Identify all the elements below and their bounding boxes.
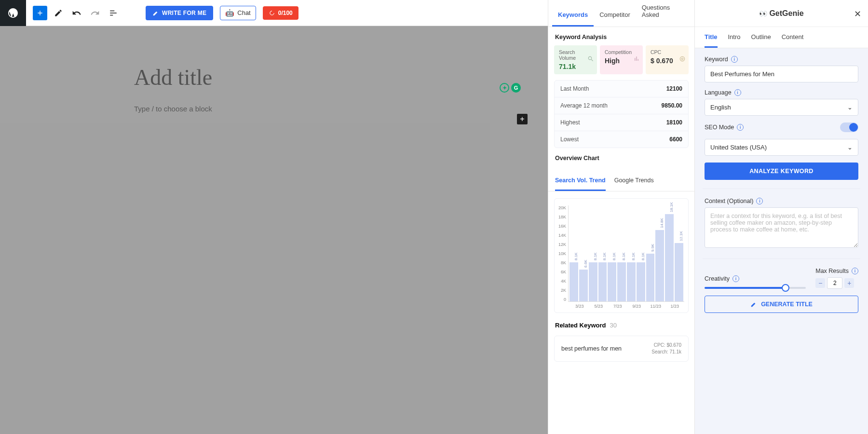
related-keyword-card[interactable]: best perfumes for men CPC: $0.670 Search… (554, 336, 689, 362)
overview-chart-heading: Overview Chart (548, 148, 694, 166)
language-label: Language i (705, 89, 858, 96)
chat-bot-icon: 🤖 (225, 9, 234, 17)
stat-row: Lowest6600 (555, 131, 688, 148)
info-icon[interactable]: i (852, 268, 858, 274)
chart-tabs: Search Vol. Trend Google Trends (548, 169, 694, 191)
chevron-down-icon: ⌄ (847, 144, 853, 151)
search-stats-list: Last Month12100 Average 12 month9850.00 … (554, 80, 689, 148)
stat-row: Average 12 month9850.00 (555, 97, 688, 114)
bar-chart-icon (633, 55, 640, 64)
chat-label: Chat (237, 9, 250, 16)
decrement-button[interactable]: − (815, 278, 825, 288)
svg-point-1 (681, 58, 683, 60)
chart-x-axis: 3/235/237/239/2311/231/23 (558, 304, 684, 309)
tab-content[interactable]: Content (782, 33, 804, 48)
seo-mode-label: SEO Mode i (705, 124, 744, 131)
grammarly-icon[interactable]: ✦ (500, 83, 509, 93)
country-select[interactable]: United States (USA) ⌄ (705, 139, 858, 156)
max-results-value[interactable]: 2 (827, 277, 842, 289)
info-icon[interactable]: i (756, 198, 763, 204)
max-results-stepper: − 2 + (815, 277, 858, 289)
brand-row: 👀 GetGenie ✕ (695, 0, 868, 27)
language-select[interactable]: English ⌄ (705, 99, 858, 116)
target-icon (679, 55, 686, 64)
close-icon[interactable]: ✕ (854, 9, 861, 19)
chat-button[interactable]: 🤖 Chat (220, 6, 256, 20)
tab-outline[interactable]: Outline (751, 33, 771, 48)
edit-icon[interactable] (51, 6, 66, 20)
seo-score-label: 0/100 (278, 10, 293, 16)
info-icon[interactable]: i (734, 89, 741, 96)
tab-questions[interactable]: Questions Asked (636, 0, 691, 27)
wordpress-logo[interactable] (0, 0, 26, 26)
grammarly-icon[interactable]: G (511, 83, 521, 93)
info-icon[interactable]: i (737, 124, 744, 131)
increment-button[interactable]: + (844, 278, 854, 288)
chart-tab-google-trends[interactable]: Google Trends (614, 172, 654, 191)
write-for-me-label: WRITE FOR ME (162, 10, 206, 16)
getgenie-logo: 👀 GetGenie (759, 9, 803, 18)
keyword-input[interactable] (705, 66, 858, 82)
metric-cpc: CPC $ 0.670 (646, 45, 689, 74)
tab-competitor[interactable]: Competitor (594, 5, 636, 27)
chart-y-axis: 20K18K16K14K12K10K8K6K4K2K0 (558, 205, 568, 302)
analysis-tabs: Keywords Competitor Questions Asked (548, 0, 694, 27)
creativity-slider[interactable] (705, 287, 806, 289)
seo-mode-toggle[interactable] (840, 122, 858, 132)
search-volume-chart: 20K18K16K14K12K10K8K6K4K2K0 8.1K6.6K8.1K… (554, 198, 689, 313)
search-icon (587, 55, 594, 64)
keyword-label: Keyword i (705, 56, 858, 63)
generate-title-button[interactable]: GENERATE TITLE (705, 296, 858, 313)
seo-score-button[interactable]: 0/100 (263, 6, 298, 20)
post-title-input[interactable]: Add title (105, 55, 443, 95)
chevron-down-icon: ⌄ (847, 104, 853, 111)
write-for-me-button[interactable]: WRITE FOR ME (146, 6, 213, 20)
genie-tabs: Title Intro Outline Content (695, 27, 868, 48)
editor-canvas: Add title Type / to choose a block ✦ G + (0, 26, 548, 434)
grammarly-badges: ✦ G (500, 83, 521, 93)
editor-area: WRITE FOR ME 🤖 Chat 0/100 Add title Type… (0, 0, 548, 434)
add-block-inline-button[interactable]: + (517, 114, 528, 124)
redo-icon[interactable] (88, 6, 102, 20)
undo-icon[interactable] (69, 6, 84, 20)
stat-row: Highest18100 (555, 114, 688, 131)
context-textarea[interactable] (705, 207, 858, 248)
svg-point-0 (680, 56, 684, 61)
context-label: Context (Optional) i (705, 198, 858, 204)
tab-intro[interactable]: Intro (728, 33, 741, 48)
metrics-row: Search Volume 71.1k Competition High CPC… (548, 45, 694, 74)
metric-search-volume: Search Volume 71.1k (554, 45, 597, 74)
related-keyword-heading: Related Keyword 30 (548, 313, 694, 333)
keyword-analysis-panel: Keywords Competitor Questions Asked Keyw… (548, 0, 694, 434)
getgenie-panel: 👀 GetGenie ✕ Title Intro Outline Content… (694, 0, 868, 434)
add-block-toolbar-button[interactable] (33, 6, 47, 20)
tab-title[interactable]: Title (705, 33, 718, 48)
stat-row: Last Month12100 (555, 81, 688, 97)
keyword-analysis-heading: Keyword Analysis (548, 27, 694, 45)
max-results-label: Max Results i (815, 268, 858, 274)
block-placeholder[interactable]: Type / to choose a block (105, 95, 443, 122)
editor-topbar: WRITE FOR ME 🤖 Chat 0/100 (0, 0, 548, 26)
outline-icon[interactable] (106, 6, 121, 20)
info-icon[interactable]: i (732, 275, 739, 282)
info-icon[interactable]: i (731, 56, 738, 63)
metric-competition: Competition High (600, 45, 643, 74)
logo-eyes-icon: 👀 (759, 10, 766, 17)
creativity-label: Creativity i (705, 275, 806, 282)
tab-keywords[interactable]: Keywords (552, 5, 594, 27)
chart-bars: 8.1K6.6K8.1K8.1K8.1K8.1K8.1K8.1K9.9K14.8… (568, 205, 684, 302)
analyze-keyword-button[interactable]: ANALYZE KEYWORD (705, 163, 858, 180)
chart-tab-search-vol[interactable]: Search Vol. Trend (555, 172, 606, 191)
